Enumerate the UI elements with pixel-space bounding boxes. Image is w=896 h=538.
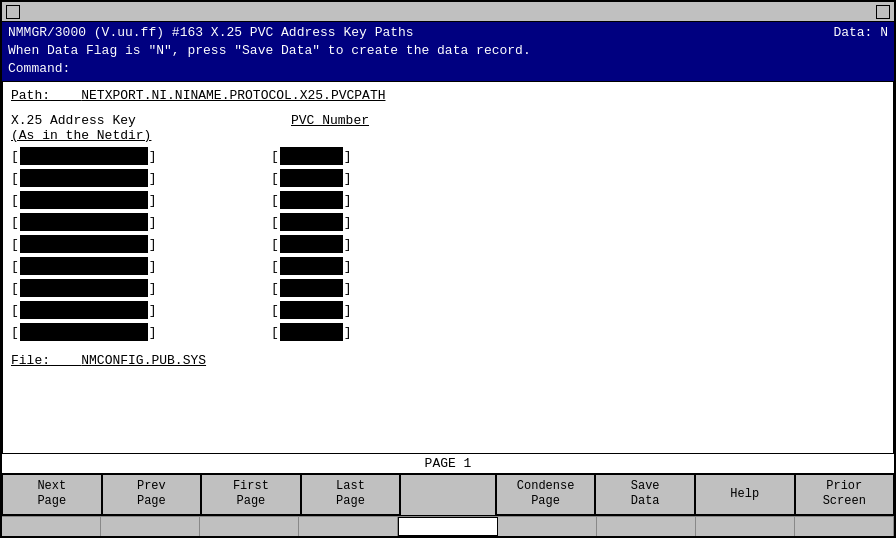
addr-field-8[interactable]: [ ]	[11, 301, 171, 321]
header-line2: When Data Flag is "N", press "Save Data"…	[8, 42, 888, 60]
header-title: NMMGR/3000 (V.uu.ff) #163 X.25 PVC Addre…	[8, 25, 414, 40]
bottom-cell-9	[795, 517, 894, 536]
col1-header: X.25 Address Key (As in the Netdir)	[11, 113, 231, 143]
title-bar-box[interactable]	[6, 5, 20, 19]
window-frame: NMMGR/3000 (V.uu.ff) #163 X.25 PVC Addre…	[0, 0, 896, 538]
next-page-button[interactable]: NextPage	[2, 474, 102, 516]
header-bar: NMMGR/3000 (V.uu.ff) #163 X.25 PVC Addre…	[2, 22, 894, 81]
addr-field-7[interactable]: [ ]	[11, 279, 171, 299]
page-indicator: PAGE 1	[2, 454, 894, 473]
addr-field-6[interactable]: [ ]	[11, 257, 171, 277]
empty-button	[400, 474, 496, 516]
button-bar: NextPage PrevPage FirstPage LastPage Con…	[2, 473, 894, 516]
pvc-field-3[interactable]: [ ]	[271, 191, 352, 211]
file-value: NMCONFIG.PUB.SYS	[81, 353, 206, 368]
addr-field-3[interactable]: [ ]	[11, 191, 171, 211]
bottom-cell-7	[597, 517, 696, 536]
addr-field-1[interactable]: [ ]	[11, 147, 171, 167]
pvc-column: [ ] [ ] [ ] [ ]	[271, 147, 352, 345]
bottom-cell-4	[299, 517, 398, 536]
pvc-field-4[interactable]: [ ]	[271, 213, 352, 233]
bottom-cell-3	[200, 517, 299, 536]
bottom-cell-2	[101, 517, 200, 536]
col2-header: PVC Number	[291, 113, 369, 143]
prior-screen-button[interactable]: PriorScreen	[795, 474, 895, 516]
pvc-field-6[interactable]: [ ]	[271, 257, 352, 277]
bottom-strip	[2, 516, 894, 536]
bottom-cell-6	[498, 517, 597, 536]
bottom-cell-5	[398, 517, 498, 536]
data-rows: [ ] [ ] [ ] [ ]	[11, 147, 885, 345]
path-line: Path: NETXPORT.NI.NINAME.PROTOCOL.X25.PV…	[11, 88, 885, 103]
path-label: Path:	[11, 88, 50, 103]
last-page-button[interactable]: LastPage	[301, 474, 401, 516]
file-label: File:	[11, 353, 50, 368]
pvc-field-8[interactable]: [ ]	[271, 301, 352, 321]
addr-field-5[interactable]: [ ]	[11, 235, 171, 255]
addr-field-2[interactable]: [ ]	[11, 169, 171, 189]
pvc-field-7[interactable]: [ ]	[271, 279, 352, 299]
col2-label: PVC Number	[291, 113, 369, 128]
condense-page-button[interactable]: CondensePage	[496, 474, 596, 516]
address-column: [ ] [ ] [ ] [ ]	[11, 147, 171, 345]
file-line: File: NMCONFIG.PUB.SYS	[11, 353, 885, 368]
column-headers: X.25 Address Key (As in the Netdir) PVC …	[11, 113, 885, 143]
prev-page-button[interactable]: PrevPage	[102, 474, 202, 516]
bottom-cell-1	[2, 517, 101, 536]
addr-field-9[interactable]: [ ]	[11, 323, 171, 343]
header-line1: NMMGR/3000 (V.uu.ff) #163 X.25 PVC Addre…	[8, 24, 888, 42]
content-area: Path: NETXPORT.NI.NINAME.PROTOCOL.X25.PV…	[2, 81, 894, 454]
close-button[interactable]	[876, 5, 890, 19]
save-data-button[interactable]: SaveData	[595, 474, 695, 516]
addr-field-4[interactable]: [ ]	[11, 213, 171, 233]
pvc-field-9[interactable]: [ ]	[271, 323, 352, 343]
pvc-field-1[interactable]: [ ]	[271, 147, 352, 167]
col1-sublabel: (As in the Netdir)	[11, 128, 231, 143]
bottom-cell-8	[696, 517, 795, 536]
header-line3: Command:	[8, 60, 888, 78]
data-indicator: Data: N	[833, 24, 888, 42]
pvc-field-5[interactable]: [ ]	[271, 235, 352, 255]
first-page-button[interactable]: FirstPage	[201, 474, 301, 516]
col1-label: X.25 Address Key	[11, 113, 231, 128]
title-bar	[2, 2, 894, 22]
path-value: NETXPORT.NI.NINAME.PROTOCOL.X25.PVCPATH	[81, 88, 385, 103]
pvc-field-2[interactable]: [ ]	[271, 169, 352, 189]
help-button[interactable]: Help	[695, 474, 795, 516]
